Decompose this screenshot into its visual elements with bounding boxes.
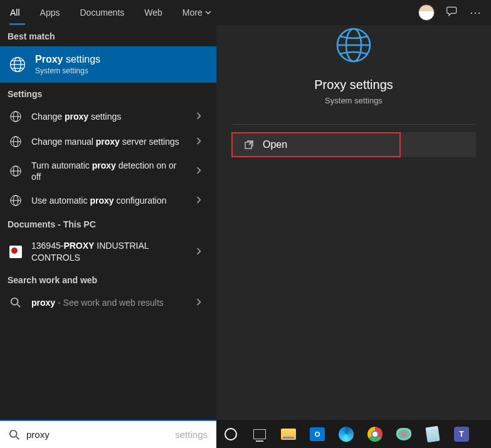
preview-title: Proxy settings — [314, 78, 393, 92]
cortana-icon[interactable] — [223, 426, 239, 442]
search-box[interactable]: settings — [0, 420, 216, 448]
tab-documents[interactable]: Documents — [70, 0, 134, 25]
result-use-automatic-proxy[interactable]: Use automatic proxy configuration — [0, 188, 216, 213]
search-results-panel: All Apps Documents Web More Best match P… — [0, 0, 216, 420]
more-options-icon[interactable]: ⋯ — [470, 6, 482, 19]
tab-web[interactable]: Web — [134, 0, 172, 25]
globe-icon — [9, 194, 23, 207]
result-document-proxy-industrial[interactable]: 136945-PROXY INDUSTRIAL CONTROLS — [0, 234, 216, 268]
bottom-bar: settings O T — [0, 420, 491, 448]
user-avatar[interactable] — [418, 4, 435, 21]
edge-icon[interactable] — [338, 426, 354, 442]
section-settings: Settings — [0, 83, 216, 104]
svg-point-17 — [11, 298, 18, 305]
chrome-icon[interactable] — [367, 426, 383, 442]
globe-icon — [9, 135, 23, 148]
action-open-row[interactable]: Open — [231, 132, 476, 157]
chevron-right-icon — [195, 136, 208, 147]
section-best-match: Best match — [0, 25, 216, 46]
svg-line-24 — [16, 436, 19, 439]
feedback-icon[interactable] — [446, 5, 458, 20]
preview-panel: Proxy settings System settings Open — [216, 0, 491, 420]
pdf-icon — [9, 245, 23, 259]
header-right-area: ⋯ — [216, 0, 491, 25]
result-change-proxy-settings[interactable]: Change proxy settings — [0, 104, 216, 129]
search-filter-tabs: All Apps Documents Web More — [0, 0, 216, 25]
globe-icon — [334, 25, 374, 65]
result-change-manual-proxy[interactable]: Change manual proxy server settings — [0, 129, 216, 154]
taskbar: O T — [216, 420, 491, 448]
globe-icon — [9, 56, 26, 73]
tab-more[interactable]: More — [172, 0, 221, 25]
search-icon — [9, 296, 23, 310]
tab-apps[interactable]: Apps — [30, 0, 70, 25]
best-match-text: Proxy settings System settings — [35, 54, 100, 75]
outlook-icon[interactable]: O — [309, 426, 325, 442]
paint-icon[interactable] — [396, 426, 412, 442]
globe-icon — [9, 110, 23, 123]
section-work-web: Search work and web — [0, 269, 216, 290]
open-label: Open — [263, 139, 287, 150]
chevron-right-icon — [195, 195, 208, 206]
section-documents: Documents - This PC — [0, 213, 216, 234]
teams-icon[interactable]: T — [453, 426, 470, 442]
result-search-web-proxy[interactable]: proxy - See work and web results — [0, 290, 216, 315]
best-match-result[interactable]: Proxy settings System settings — [0, 46, 216, 83]
result-turn-automatic-proxy[interactable]: Turn automatic proxy detection on or off — [0, 154, 216, 188]
tab-all[interactable]: All — [0, 0, 30, 25]
search-icon — [9, 429, 20, 440]
svg-line-18 — [18, 304, 21, 307]
chevron-right-icon — [195, 111, 208, 122]
svg-point-23 — [10, 430, 17, 437]
divider — [233, 124, 474, 125]
file-explorer-icon[interactable] — [280, 426, 297, 442]
task-view-icon[interactable] — [251, 426, 268, 442]
chevron-right-icon — [195, 297, 208, 308]
chevron-right-icon — [195, 165, 208, 177]
chevron-right-icon — [195, 246, 208, 258]
globe-icon — [9, 164, 23, 178]
preview-subtitle: System settings — [325, 96, 383, 105]
open-icon — [244, 140, 254, 150]
notepad-icon[interactable] — [425, 426, 441, 442]
